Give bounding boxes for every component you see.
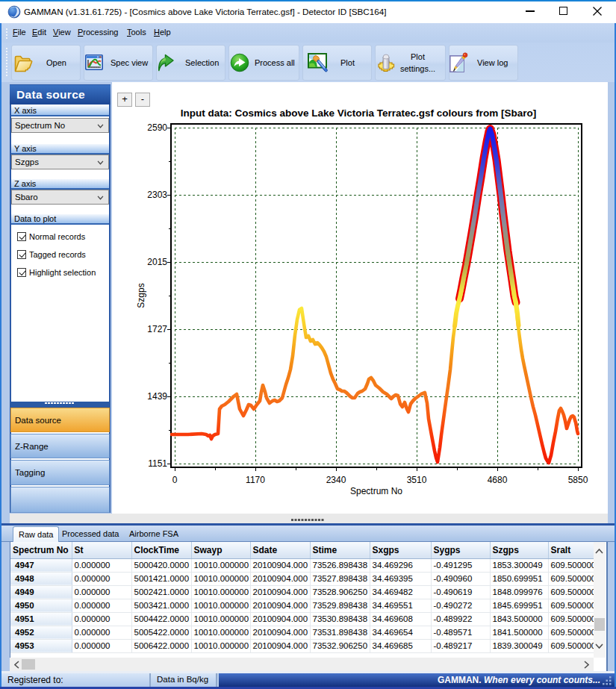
svg-text:5850: 5850 bbox=[568, 475, 588, 485]
svg-text:Spectrum No: Spectrum No bbox=[350, 486, 402, 496]
svg-text:4680: 4680 bbox=[488, 475, 508, 485]
svg-text:2590: 2590 bbox=[147, 122, 167, 133]
svg-text:1439: 1439 bbox=[147, 391, 167, 402]
svg-text:2015: 2015 bbox=[147, 257, 167, 267]
svg-text:0: 0 bbox=[172, 475, 178, 485]
svg-text:2340: 2340 bbox=[326, 475, 346, 485]
svg-text:1727: 1727 bbox=[147, 324, 167, 334]
svg-text:1151: 1151 bbox=[148, 458, 167, 469]
svg-text:2303: 2303 bbox=[147, 190, 167, 200]
svg-text:1170: 1170 bbox=[246, 475, 265, 485]
svg-text:Szgps: Szgps bbox=[136, 283, 146, 308]
svg-text:3510: 3510 bbox=[407, 475, 427, 485]
